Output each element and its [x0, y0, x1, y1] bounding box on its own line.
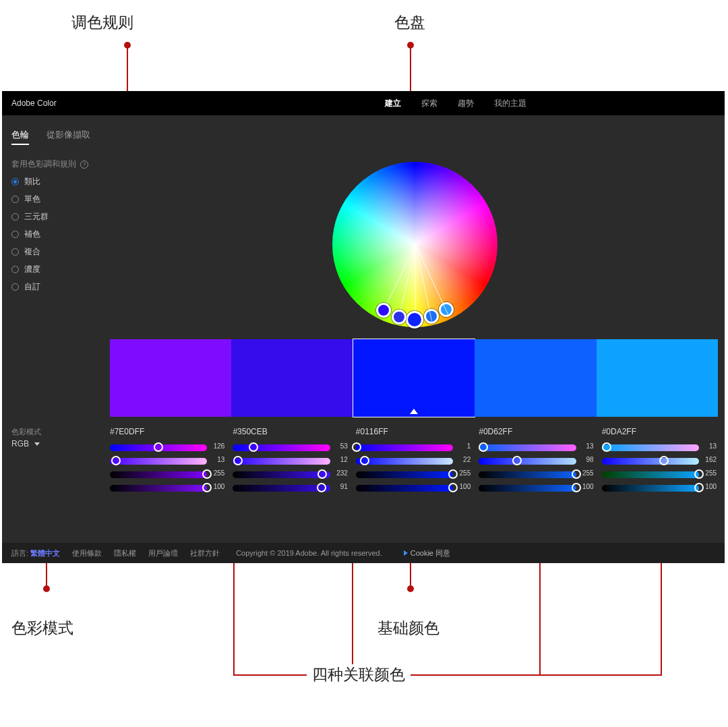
slider-2[interactable]: 255: [356, 471, 453, 478]
slider-0[interactable]: 13: [479, 444, 576, 451]
hex-value[interactable]: #0116FF: [356, 427, 472, 436]
rules-title: 套用色彩調和規則: [11, 158, 76, 170]
slider-value: 22: [456, 456, 471, 463]
slider-0[interactable]: 53: [233, 444, 330, 451]
hex-value[interactable]: #7E0DFF: [110, 427, 226, 436]
slider-1[interactable]: 162: [602, 458, 699, 465]
rule-label: 濃度: [24, 264, 40, 275]
wheel-marker[interactable]: [392, 310, 406, 324]
slider-knob[interactable]: [479, 442, 488, 452]
subtab-0[interactable]: 色輪: [11, 129, 29, 145]
slider-value: 1: [456, 442, 471, 450]
swatch-3[interactable]: [475, 339, 596, 417]
nav-2[interactable]: 趨勢: [458, 98, 474, 109]
slider-3[interactable]: 100: [356, 485, 453, 492]
slider-columns: #7E0DFF12613255100#350CEB531223291#0116F…: [110, 427, 718, 498]
slider-value: 53: [333, 442, 348, 450]
slider-2[interactable]: 255: [479, 471, 576, 478]
slider-knob[interactable]: [512, 456, 522, 465]
slider-value: 232: [333, 469, 348, 477]
hex-value[interactable]: #0DA2FF: [602, 427, 718, 436]
slider-col-2: #0116FF122255100: [356, 427, 472, 498]
wheel-marker[interactable]: [406, 311, 423, 328]
slider-2[interactable]: 255: [110, 471, 207, 478]
slider-knob[interactable]: [317, 483, 326, 492]
slider-value: 255: [579, 469, 594, 477]
subtab-1[interactable]: 從影像擷取: [47, 129, 90, 145]
slider-0[interactable]: 13: [602, 444, 699, 451]
slider-value: 13: [702, 442, 717, 450]
mode-label: 色彩模式: [11, 427, 41, 437]
footer-copyright: Copyright © 2019 Adobe. All rights reser…: [236, 549, 382, 557]
slider-col-4: #0DA2FF13162255100: [602, 427, 718, 498]
slider-value: 100: [456, 483, 471, 490]
footer-lang[interactable]: 語言: 繁體中文: [11, 548, 60, 558]
slider-value: 255: [702, 469, 717, 477]
slider-knob[interactable]: [360, 456, 369, 465]
slider-3[interactable]: 100: [602, 485, 699, 492]
swatch-2[interactable]: [353, 339, 475, 417]
slider-3[interactable]: 100: [479, 485, 576, 492]
color-wheel[interactable]: [332, 162, 497, 327]
slider-knob[interactable]: [352, 442, 361, 452]
slider-value: 126: [210, 442, 224, 450]
info-icon[interactable]: ?: [80, 161, 88, 169]
swatch-0[interactable]: [110, 339, 231, 417]
radio-icon: [11, 231, 19, 238]
brand: Adobe Color: [11, 98, 57, 108]
slider-1[interactable]: 13: [110, 458, 207, 465]
footer-link-0[interactable]: 使用條款: [72, 548, 102, 558]
anno-rules: 调色规则: [71, 12, 133, 33]
slider-1[interactable]: 22: [356, 458, 453, 465]
slider-value: 255: [210, 469, 224, 477]
slider-col-1: #350CEB531223291: [233, 427, 348, 498]
anno-mode: 色彩模式: [11, 618, 73, 639]
slider-col-0: #7E0DFF12613255100: [110, 427, 226, 498]
nav-3[interactable]: 我的主題: [494, 98, 526, 109]
slider-col-3: #0D62FF1398255100: [479, 427, 595, 498]
hex-value[interactable]: #0D62FF: [479, 427, 595, 436]
slider-value: 100: [210, 483, 224, 490]
slider-3[interactable]: 91: [233, 485, 330, 492]
slider-value: 98: [579, 456, 594, 463]
mode-dropdown[interactable]: RGB: [11, 439, 40, 448]
anno-dot: [407, 585, 414, 592]
slider-2[interactable]: 255: [602, 471, 699, 478]
footer-link-2[interactable]: 用戶論壇: [148, 548, 178, 558]
slider-value: 100: [579, 483, 594, 490]
slider-knob[interactable]: [111, 456, 121, 465]
swatch-1[interactable]: [231, 339, 353, 417]
slider-value: 13: [210, 456, 224, 463]
slider-value: 12: [333, 456, 348, 463]
anno-related: 四种关联颜色: [307, 664, 411, 685]
radio-icon: [11, 178, 19, 185]
swatch-row: [110, 339, 718, 417]
slider-knob[interactable]: [154, 442, 163, 452]
slider-0[interactable]: 126: [110, 444, 207, 451]
slider-knob[interactable]: [602, 442, 611, 452]
slider-2[interactable]: 232: [233, 471, 330, 478]
slider-0[interactable]: 1: [356, 444, 453, 451]
hex-value[interactable]: #350CEB: [233, 427, 348, 436]
slider-3[interactable]: 100: [110, 485, 207, 492]
footer-link-3[interactable]: 社群方針: [190, 548, 220, 558]
slider-knob[interactable]: [317, 469, 327, 479]
slider-1[interactable]: 98: [479, 458, 576, 465]
anno-line: [233, 674, 662, 676]
slider-value: 255: [456, 469, 471, 477]
anno-dot: [43, 585, 50, 592]
slider-knob[interactable]: [233, 456, 243, 465]
swatch-4[interactable]: [597, 339, 718, 417]
slider-1[interactable]: 12: [233, 458, 330, 465]
radio-icon: [11, 213, 19, 221]
slider-value: 100: [702, 483, 717, 490]
slider-knob[interactable]: [249, 442, 258, 452]
slider-value: 91: [333, 483, 348, 490]
nav-1[interactable]: 探索: [421, 98, 437, 109]
slider-knob[interactable]: [659, 456, 669, 465]
footer-link-1[interactable]: 隱私權: [114, 548, 136, 558]
footer-cookie[interactable]: Cookie 同意: [404, 548, 450, 558]
rule-label: 複合: [24, 246, 40, 258]
radio-icon: [11, 196, 19, 203]
nav-0[interactable]: 建立: [385, 98, 401, 109]
